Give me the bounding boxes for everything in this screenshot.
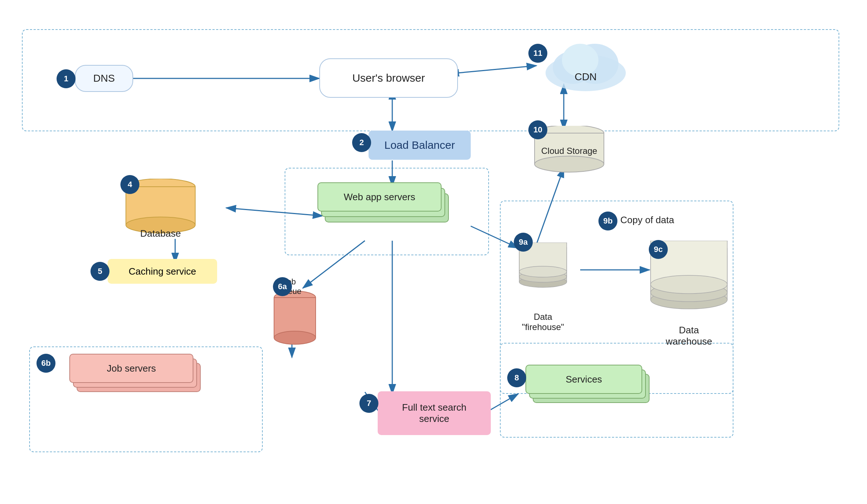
badge-copy-data: 9b: [598, 212, 617, 230]
svg-point-30: [274, 331, 316, 344]
copy-data-label: Copy of data: [620, 214, 674, 226]
badge-data-warehouse: 9c: [649, 240, 668, 259]
cdn-cloud: CDN: [544, 33, 628, 93]
badge-database: 4: [120, 175, 139, 194]
system-diagram: 1 DNS User's browser 11 CDN 2 Load Balan…: [0, 0, 867, 504]
badge-dns: 1: [57, 69, 76, 88]
badge-caching: 5: [90, 262, 109, 281]
data-firehouse: Data"firehouse": [514, 243, 572, 317]
svg-point-48: [651, 275, 727, 294]
caching-box: Caching service: [108, 259, 217, 284]
badge-services: 8: [507, 368, 526, 387]
load-balancer-box: Load Balancer: [369, 131, 471, 160]
badge-lb: 2: [352, 133, 371, 152]
dns-box: DNS: [75, 65, 133, 92]
badge-job-servers: 6b: [36, 354, 55, 373]
full-text-search-box: Full text searchservice: [378, 391, 491, 435]
job-servers: Job servers: [69, 354, 201, 412]
svg-point-39: [519, 266, 567, 277]
browser-box: User's browser: [319, 58, 458, 98]
badge-job-queue: 6a: [273, 277, 292, 296]
badge-data-firehouse: 9a: [514, 233, 533, 252]
services: Services: [525, 365, 650, 423]
badge-full-text: 7: [359, 394, 378, 413]
svg-point-24: [535, 156, 604, 172]
web-app-servers: Web app servers: [317, 182, 449, 248]
badge-cloud-storage: 10: [528, 120, 547, 139]
badge-cdn: 11: [528, 44, 547, 63]
job-queue: JobQueue: [273, 291, 317, 349]
svg-text:CDN: CDN: [575, 71, 597, 82]
